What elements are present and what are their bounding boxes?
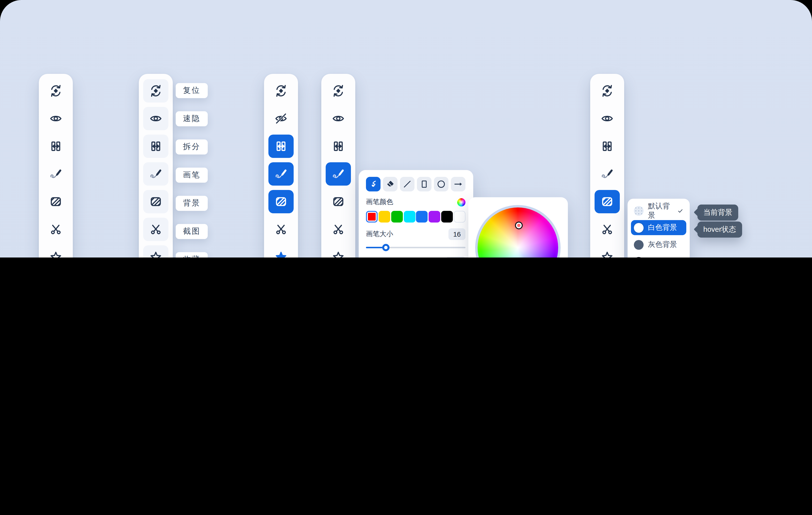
quick-hide-eye-icon <box>331 111 346 126</box>
line-tool[interactable] <box>400 177 414 191</box>
reset-button[interactable] <box>143 79 168 103</box>
reset-rotate-icon <box>274 84 288 98</box>
background-icon <box>331 194 346 209</box>
favorite-star-filled-icon <box>274 250 288 258</box>
swatch-red-selected[interactable] <box>366 211 378 222</box>
quick-hide-eye-icon <box>148 111 163 126</box>
background-button[interactable] <box>43 190 68 213</box>
screenshot-button[interactable] <box>43 218 68 241</box>
pen-tools-row <box>366 177 465 191</box>
vertical-toolbar-pen-secondary <box>321 74 355 258</box>
screenshot-scissors-icon <box>49 222 63 237</box>
background-button[interactable] <box>326 190 351 213</box>
menu-item-black-bg[interactable]: 黑色背景 <box>631 254 686 258</box>
menu-item-default-bg[interactable]: 默认背景 <box>631 203 686 218</box>
swatch-black[interactable] <box>441 211 453 222</box>
reset-button[interactable] <box>326 79 351 103</box>
color-wheel-marker[interactable] <box>515 221 523 229</box>
split-button[interactable] <box>143 135 168 158</box>
pen-icon <box>600 167 614 181</box>
background-icon <box>600 194 614 209</box>
arrow-tool[interactable] <box>451 177 465 191</box>
menu-item-label: 灰色背景 <box>648 240 677 249</box>
swatch-yellow[interactable] <box>379 211 390 222</box>
screenshot-button[interactable] <box>326 218 351 241</box>
eraser-tool[interactable] <box>383 177 398 191</box>
background-button[interactable] <box>143 190 168 213</box>
split-icon <box>49 139 63 154</box>
pen-button[interactable] <box>143 162 168 186</box>
split-button[interactable] <box>43 135 68 158</box>
rectangle-tool[interactable] <box>417 177 432 191</box>
eye-off-icon <box>274 111 288 126</box>
slider-thumb[interactable] <box>382 244 389 251</box>
screenshot-button[interactable] <box>143 218 168 241</box>
color-wheel-button[interactable] <box>457 198 465 206</box>
black-bg-swatch-icon <box>634 257 644 258</box>
pen-size-label: 画笔大小 <box>366 230 393 239</box>
swatch-purple[interactable] <box>429 211 440 222</box>
favorite-star-icon <box>148 250 163 258</box>
reset-button[interactable] <box>268 79 294 103</box>
reset-button[interactable] <box>594 79 620 103</box>
screenshot-button[interactable] <box>268 218 294 241</box>
vertical-toolbar-bg-secondary <box>590 74 624 258</box>
vertical-toolbar-hover <box>139 74 173 258</box>
pen-size-slider[interactable] <box>366 244 465 251</box>
label-pen: 画笔 <box>176 168 208 183</box>
background-menu: 默认背景 白色背景 灰色背景 黑色背景 渐变背景 <box>628 199 690 258</box>
background-button-selected[interactable] <box>594 190 620 213</box>
pen-icon <box>274 167 288 181</box>
split-button[interactable] <box>326 135 351 158</box>
color-wheel[interactable] <box>475 205 560 258</box>
label-split: 拆分 <box>176 139 208 155</box>
screenshot-scissors-icon <box>274 222 288 237</box>
vertical-toolbar-selected <box>264 74 298 258</box>
split-button-selected[interactable] <box>268 135 294 158</box>
color-wheel-panel <box>468 197 568 258</box>
pen-icon <box>49 167 63 181</box>
menu-item-label: 白色背景 <box>648 223 677 232</box>
swatch-cyan[interactable] <box>404 211 415 222</box>
favorite-button[interactable] <box>143 245 168 258</box>
favorite-star-icon <box>600 250 614 258</box>
favorite-button-active[interactable] <box>268 245 294 258</box>
ellipse-icon <box>436 179 446 189</box>
pen-button[interactable] <box>43 162 68 186</box>
label-screenshot: 截图 <box>176 224 208 239</box>
screenshot-scissors-icon <box>600 222 614 237</box>
gray-bg-swatch-icon <box>634 240 644 249</box>
swatch-blue[interactable] <box>416 211 428 222</box>
reset-rotate-icon <box>331 84 346 98</box>
swatch-white[interactable] <box>454 211 465 222</box>
quick-hide-button[interactable] <box>594 107 620 130</box>
favorite-button[interactable] <box>43 245 68 258</box>
quick-hide-button[interactable] <box>43 107 68 130</box>
menu-item-white-bg-hover[interactable]: 白色背景 <box>631 220 686 235</box>
ellipse-tool[interactable] <box>434 177 448 191</box>
quick-hide-button[interactable] <box>268 107 294 130</box>
split-button[interactable] <box>594 135 620 158</box>
swatch-row <box>366 211 465 222</box>
quick-hide-button[interactable] <box>143 107 168 130</box>
menu-item-label: 默认背景 <box>648 201 672 220</box>
pen-settings-panel: 画笔颜色 画笔大小 16 透明度 98% <box>359 170 473 258</box>
squiggle-pen-tool[interactable] <box>366 177 380 191</box>
background-button-selected[interactable] <box>268 190 294 213</box>
opacity-value[interactable]: 98% <box>446 256 465 258</box>
pen-button-selected[interactable] <box>268 162 294 186</box>
screenshot-button[interactable] <box>594 218 620 241</box>
favorite-button[interactable] <box>594 245 620 258</box>
menu-item-gray-bg[interactable]: 灰色背景 <box>631 237 686 252</box>
pen-icon <box>331 167 346 181</box>
favorite-star-icon <box>331 250 346 258</box>
pen-button[interactable] <box>594 162 620 186</box>
swatch-green[interactable] <box>391 211 403 222</box>
pen-button-selected[interactable] <box>326 162 351 186</box>
reset-button[interactable] <box>43 79 68 103</box>
favorite-button[interactable] <box>326 245 351 258</box>
pen-size-value[interactable]: 16 <box>448 228 465 240</box>
pen-color-label: 画笔颜色 <box>366 198 393 207</box>
quick-hide-button[interactable] <box>326 107 351 130</box>
background-icon <box>148 194 163 209</box>
